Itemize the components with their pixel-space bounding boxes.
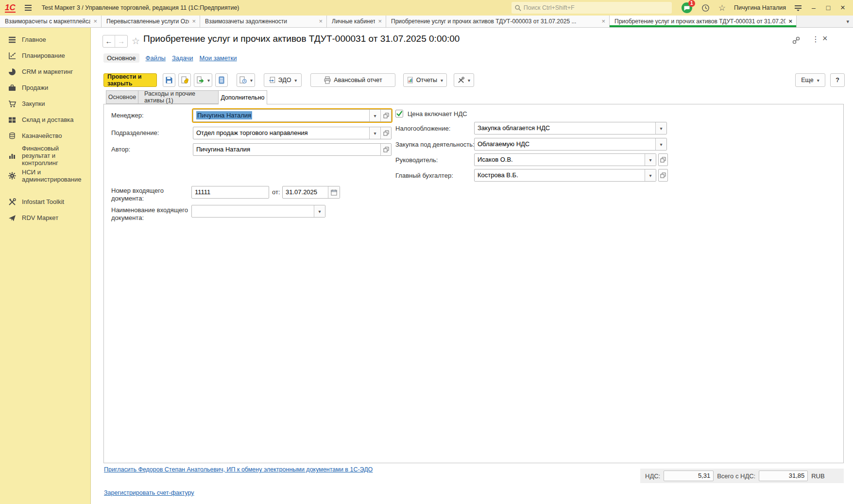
chief-accountant-label: Главный бухгалтер: [395, 172, 453, 180]
sidebar-item-main[interactable]: Главное [0, 32, 90, 48]
document-nav: Основное Файлы Задачи Мои заметки [103, 52, 237, 63]
department-field[interactable]: Отдел продаж торгового направления ▾ [193, 127, 392, 139]
price-includes-vat-checkbox[interactable] [395, 110, 403, 118]
chief-accountant-open-button[interactable] [658, 169, 668, 182]
sidebar-item-nsi-admin[interactable]: НСИ и администрирование [0, 168, 90, 184]
tab-close-icon[interactable]: × [788, 18, 792, 24]
close-document-icon[interactable]: × [822, 34, 828, 44]
taxation-field[interactable]: Закупка облагается НДС ▾ [474, 122, 667, 134]
main-menu-icon[interactable] [24, 4, 32, 11]
nav-item-main[interactable]: Основное [103, 53, 139, 63]
create-based-on-button[interactable]: ▾ [194, 73, 212, 87]
history-icon[interactable] [701, 4, 710, 12]
author-field[interactable]: Пичугина Наталия [193, 143, 392, 156]
form-tab-main[interactable]: Основное [106, 90, 138, 104]
post-document-button[interactable] [178, 73, 191, 87]
advance-report-button[interactable]: Авансовый отчет [310, 73, 395, 87]
manager-label: Менеджер: [111, 112, 144, 119]
minimize-button[interactable]: – [807, 4, 820, 12]
register-invoice-link[interactable]: Зарегистрировать счет-фактуру [104, 489, 194, 496]
sidebar-item-infostart-toolkit[interactable]: Infostart Toolkit [0, 194, 90, 210]
document-movements-button[interactable]: ▾ [237, 73, 255, 87]
vat-label: НДС: [645, 472, 660, 480]
window-tab-offsets[interactable]: Взаимозачеты задолженности × [200, 16, 327, 27]
help-button[interactable]: ? [830, 73, 845, 87]
tab-close-icon[interactable]: × [601, 18, 605, 24]
edo-icon [269, 77, 276, 84]
open-icon[interactable] [380, 110, 391, 121]
window-tab-doc-000003[interactable]: Приобретение услуг и прочих активов ТДУТ… [386, 16, 610, 27]
head-open-button[interactable] [658, 153, 668, 166]
discussions-icon[interactable]: 1 [681, 2, 693, 14]
tab-close-icon[interactable]: × [319, 18, 323, 24]
nav-link-tasks[interactable]: Задачи [172, 54, 193, 62]
head-field[interactable]: Исаков О.В. ▾ [474, 153, 656, 166]
dropdown-icon[interactable]: ▾ [655, 122, 666, 134]
notification-badge: 1 [688, 0, 695, 7]
currency-label: RUB [811, 472, 824, 480]
sidebar-item-rdv-market[interactable]: RDV Маркет [0, 210, 90, 226]
tab-list-dropdown-icon[interactable]: ▾ [846, 18, 849, 25]
get-link-icon[interactable] [792, 36, 800, 44]
window-tab-marketplaces[interactable]: Взаиморасчеты с маркетплейсами × [0, 16, 102, 27]
window-tab-personal-accounts[interactable]: Личные кабинеты × [327, 16, 386, 27]
maximize-button[interactable]: □ [822, 4, 835, 12]
total-with-vat-field[interactable]: 31,85 [759, 470, 808, 481]
sidebar-item-crm[interactable]: CRM и маркетинг [0, 64, 90, 80]
dropdown-icon[interactable]: ▾ [369, 127, 380, 139]
incoming-number-field[interactable]: 11111 [191, 186, 269, 199]
nav-link-notes[interactable]: Мои заметки [200, 54, 237, 62]
activity-field[interactable]: Облагаемую НДС ▾ [474, 138, 667, 151]
add-favorite-icon[interactable]: ☆ [132, 35, 140, 47]
tab-close-icon[interactable]: × [378, 18, 382, 24]
dropdown-icon[interactable]: ▾ [655, 138, 666, 150]
tab-close-icon[interactable]: × [93, 18, 97, 24]
service-tools-button[interactable]: ▾ [454, 73, 474, 87]
back-button[interactable]: ← [103, 35, 115, 47]
menu-icon [8, 35, 17, 44]
open-icon[interactable] [380, 127, 391, 139]
form-tab-expenses[interactable]: Расходы и прочие активы (1) [138, 90, 219, 104]
form-tab-additional[interactable]: Дополнительно [219, 90, 267, 104]
form-panel: Менеджер: Пичугина Наталия ▾ Подразделен… [103, 104, 844, 463]
current-user[interactable]: Пичугина Наталия [734, 4, 786, 11]
global-search[interactable] [512, 2, 672, 14]
check-icon [396, 110, 403, 117]
dropdown-icon[interactable]: ▾ [645, 154, 656, 166]
sidebar-item-planning[interactable]: Планирование [0, 48, 90, 64]
sidebar-item-purchases[interactable]: Закупки [0, 96, 90, 112]
reports-button[interactable]: Отчеты ▾ [403, 73, 447, 87]
sidebar-item-finresult[interactable]: Финансовый результат и контроллинг [0, 144, 90, 168]
subordination-structure-button[interactable] [215, 73, 228, 87]
more-actions-icon[interactable]: ⋮ [812, 34, 819, 44]
incoming-date-field[interactable]: 31.07.2025 [282, 186, 340, 199]
price-includes-vat-label[interactable]: Цена включает НДС [408, 110, 467, 118]
nav-link-files[interactable]: Файлы [146, 54, 166, 62]
dropdown-icon[interactable]: ▾ [645, 169, 656, 181]
service-menu-icon[interactable] [794, 4, 802, 12]
report-icon [407, 76, 414, 84]
tab-close-icon[interactable]: × [192, 18, 196, 24]
manager-field[interactable]: Пичугина Наталия ▾ [193, 109, 392, 122]
dropdown-icon[interactable]: ▾ [314, 205, 325, 217]
close-window-button[interactable]: × [836, 3, 849, 13]
vat-total-field[interactable]: 5,31 [664, 470, 714, 481]
forward-button[interactable]: → [115, 35, 127, 47]
more-button[interactable]: Еще ▾ [795, 73, 825, 87]
incoming-name-field[interactable]: ▾ [191, 205, 325, 218]
edo-invite-link[interactable]: Пригласить Федоров Степан Анатольевич, И… [104, 466, 373, 473]
sidebar-item-warehouse[interactable]: Склад и доставка [0, 112, 90, 128]
sidebar-item-sales[interactable]: Продажи [0, 80, 90, 96]
sidebar-item-treasury[interactable]: Казначейство [0, 128, 90, 144]
calendar-icon[interactable] [328, 186, 340, 198]
window-tab-doc-000031[interactable]: Приобретение услуг и прочих активов ТДУТ… [610, 16, 797, 27]
save-button[interactable] [163, 73, 175, 87]
post-and-close-button[interactable]: Провести и закрыть [103, 73, 157, 87]
chief-accountant-field[interactable]: Кострова В.Б. ▾ [474, 169, 656, 182]
favorites-icon[interactable]: ☆ [718, 3, 726, 13]
search-input[interactable] [524, 4, 669, 11]
dropdown-icon[interactable]: ▾ [369, 110, 380, 121]
edo-button[interactable]: ЭДО ▾ [264, 73, 302, 87]
open-icon[interactable] [380, 144, 391, 155]
window-tab-ozon-services[interactable]: Перевыставленные услуги Ozon × [102, 16, 200, 27]
